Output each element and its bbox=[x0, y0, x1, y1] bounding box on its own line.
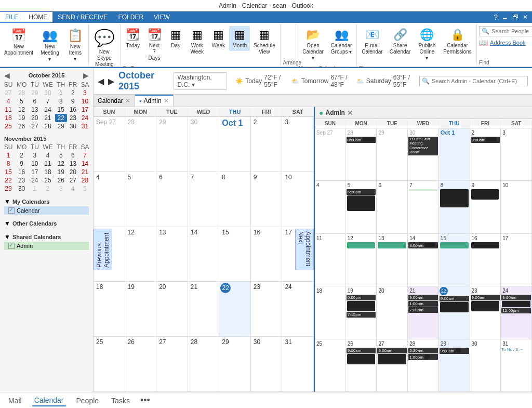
nav-calendar[interactable]: Calendar bbox=[32, 395, 66, 406]
left-cell-oct7[interactable]: 7 bbox=[188, 172, 220, 227]
right-cell-oct1[interactable]: Oct 1 bbox=[439, 128, 470, 180]
right-cell-oct10[interactable]: 10 bbox=[501, 181, 532, 233]
nav-people[interactable]: People bbox=[74, 396, 101, 406]
my-calendars-header[interactable]: ▼ My Calendars bbox=[4, 197, 89, 206]
event-oct24-900[interactable]: 9:00am bbox=[501, 295, 531, 300]
mini-nov-day[interactable]: 5 bbox=[55, 151, 67, 160]
mini-oct-day[interactable]: 23 bbox=[67, 114, 79, 122]
event-oct2-900[interactable]: 9:00am bbox=[471, 137, 500, 143]
event-oct22-block[interactable] bbox=[440, 302, 469, 312]
mini-nov-day[interactable]: 22 bbox=[2, 176, 15, 185]
right-cell-oct8[interactable]: 8 bbox=[439, 181, 470, 233]
mini-oct-day[interactable]: 27 bbox=[2, 89, 15, 97]
mini-nov-day[interactable]: 20 bbox=[67, 168, 79, 176]
search-people-field[interactable]: 🔍 bbox=[479, 26, 532, 36]
event-oct24-1200[interactable]: 12:00pm bbox=[501, 308, 531, 313]
mini-oct-day[interactable]: 1 bbox=[55, 89, 67, 97]
mini-oct-day[interactable]: 25 bbox=[2, 122, 15, 130]
event-sep28-800[interactable]: 8:00am bbox=[347, 137, 376, 143]
right-cell-oct24[interactable]: 24 9:00am 12:00pm bbox=[501, 286, 532, 338]
mini-nov-day[interactable]: 15 bbox=[2, 168, 15, 176]
mini-oct-day[interactable]: 11 bbox=[2, 106, 15, 114]
mini-oct-day[interactable]: 19 bbox=[15, 114, 29, 122]
location-label[interactable]: Washington, D.C. ▾ bbox=[174, 72, 227, 90]
left-cell-oct29[interactable]: 29 bbox=[219, 337, 251, 391]
mini-nov-day[interactable]: 3 bbox=[29, 151, 41, 160]
open-calendar-button[interactable]: 📂 OpenCalendar ▾ bbox=[298, 26, 327, 63]
mini-nov-day[interactable]: 9 bbox=[15, 160, 29, 168]
left-cell-oct12[interactable]: 12 bbox=[125, 227, 157, 282]
right-cell-oct30[interactable]: 30 bbox=[470, 339, 501, 391]
close-icon[interactable]: ✕ bbox=[523, 14, 528, 21]
today-button[interactable]: 📆 Today bbox=[123, 26, 143, 51]
tab-view[interactable]: VIEW bbox=[149, 12, 175, 22]
mini-oct-day[interactable]: 4 bbox=[2, 97, 15, 106]
event-oct5-block[interactable] bbox=[347, 195, 376, 211]
mini-cal-next[interactable]: ▶ bbox=[83, 71, 89, 80]
tab-admin-close[interactable]: ✕ bbox=[164, 97, 169, 104]
event-sep30-staff[interactable]: 1:00pm Staff Meeting; Conference Room bbox=[408, 137, 438, 155]
mini-oct-day[interactable]: 17 bbox=[79, 106, 91, 114]
left-cell-oct31[interactable]: 31 bbox=[282, 337, 314, 391]
right-cell-sep27[interactable]: Sep 27 bbox=[315, 128, 346, 180]
left-cell-oct27[interactable]: 27 bbox=[156, 337, 188, 391]
left-cell-oct26[interactable]: 26 bbox=[125, 337, 157, 391]
mini-oct-day[interactable]: 7 bbox=[41, 97, 55, 106]
next7days-button[interactable]: 📆 Next 7Days bbox=[144, 26, 165, 63]
right-cell-oct5[interactable]: 5 6:30pm bbox=[346, 181, 377, 233]
event-oct26-900[interactable]: 9:00am bbox=[347, 348, 376, 353]
mini-nov-day[interactable]: 12 bbox=[55, 160, 67, 168]
mini-nov-day[interactable]: 4 bbox=[67, 185, 79, 193]
mini-nov-day[interactable]: 5 bbox=[79, 185, 91, 193]
event-oct24-block[interactable] bbox=[502, 301, 530, 307]
next-appointment-button[interactable]: Next Appointment bbox=[295, 229, 314, 270]
left-cell-oct21[interactable]: 21 bbox=[188, 282, 220, 336]
mini-oct-day[interactable]: 31 bbox=[79, 122, 91, 130]
left-cell-sep27[interactable]: Sep 27 bbox=[94, 117, 125, 172]
event-oct16-block[interactable] bbox=[471, 242, 500, 248]
right-cell-oct11[interactable]: 11 bbox=[315, 234, 346, 286]
cal-search-box[interactable]: 🔍 bbox=[419, 76, 528, 86]
shared-calendars-header[interactable]: ▼ Shared Calendars bbox=[4, 232, 89, 242]
mini-nov-day[interactable]: 6 bbox=[67, 151, 79, 160]
right-cell-oct21[interactable]: 21 9:00am 1:00pm 7:00pm bbox=[408, 286, 439, 338]
mini-oct-day[interactable]: 18 bbox=[2, 114, 15, 122]
mini-oct-day[interactable]: 27 bbox=[29, 122, 41, 130]
mini-nov-day[interactable]: 27 bbox=[67, 176, 79, 185]
month-button[interactable]: ▦ Month bbox=[229, 26, 250, 51]
right-cell-oct27[interactable]: 27 9:00am bbox=[377, 339, 408, 391]
right-cell-oct2[interactable]: 2 9:00am bbox=[470, 128, 501, 180]
address-book-button[interactable]: 📖 Address Book bbox=[479, 38, 532, 47]
search-people-input[interactable] bbox=[491, 28, 532, 34]
mini-nov-day[interactable]: 23 bbox=[15, 176, 29, 185]
event-oct27-block[interactable] bbox=[378, 354, 406, 364]
event-oct28-100[interactable]: 1:00pm bbox=[408, 354, 438, 360]
event-oct22-900[interactable]: 9:00am bbox=[440, 296, 469, 301]
left-cell-oct1[interactable]: Oct 1 bbox=[219, 117, 251, 172]
mini-oct-day[interactable]: 16 bbox=[67, 106, 79, 114]
event-oct13-stripe[interactable] bbox=[378, 242, 406, 248]
mini-nov-day[interactable]: 18 bbox=[41, 168, 55, 176]
left-cell-oct14[interactable]: 14 bbox=[188, 227, 220, 282]
event-oct19-715-label[interactable]: 7:15pm bbox=[347, 312, 376, 318]
left-cell-oct15[interactable]: 15 bbox=[219, 227, 251, 282]
right-cell-oct14[interactable]: 14 8:00am bbox=[408, 234, 439, 286]
left-cell-sep29[interactable]: 29 bbox=[156, 117, 188, 172]
right-cell-oct7[interactable]: 7 bbox=[408, 181, 439, 233]
right-cell-oct18[interactable]: 18 bbox=[315, 286, 346, 338]
mini-oct-day[interactable]: 24 bbox=[79, 114, 91, 122]
mini-oct-day[interactable]: 29 bbox=[55, 122, 67, 130]
mini-nov-day[interactable]: 10 bbox=[29, 160, 41, 168]
right-cell-sep28[interactable]: 28 8:00am bbox=[346, 128, 377, 180]
left-cell-oct28[interactable]: 28 bbox=[188, 337, 220, 391]
mini-cal-prev[interactable]: ◀ bbox=[4, 71, 10, 80]
left-cell-oct16[interactable]: 16 bbox=[251, 227, 283, 282]
mini-nov-day[interactable]: 7 bbox=[79, 151, 91, 160]
calendar-groups-button[interactable]: 👥 CalendarGroups ▾ bbox=[329, 26, 354, 57]
mini-oct-day[interactable]: 30 bbox=[41, 89, 55, 97]
mini-nov-day[interactable]: 29 bbox=[2, 185, 15, 193]
mini-oct-day[interactable]: 10 bbox=[79, 97, 91, 106]
new-items-button[interactable]: 📋 NewItems ▾ bbox=[64, 26, 86, 64]
right-cell-oct26[interactable]: 26 9:00am bbox=[346, 339, 377, 391]
right-cell-oct20[interactable]: 20 bbox=[377, 286, 408, 338]
